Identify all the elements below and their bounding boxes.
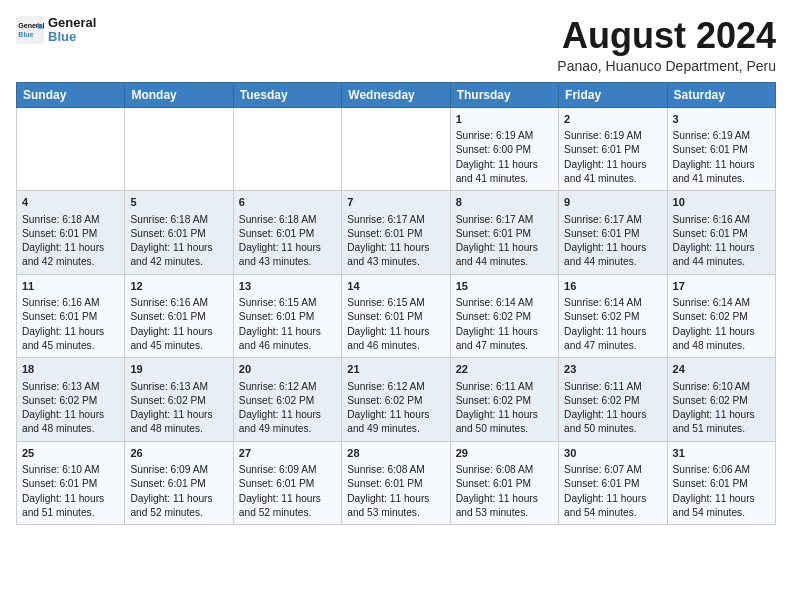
day-info: Daylight: 11 hours xyxy=(673,408,770,422)
calendar-cell: 18Sunrise: 6:13 AMSunset: 6:02 PMDayligh… xyxy=(17,358,125,442)
day-info: Sunset: 6:01 PM xyxy=(130,227,227,241)
day-info: Sunset: 6:01 PM xyxy=(130,477,227,491)
calendar-body: 1Sunrise: 6:19 AMSunset: 6:00 PMDaylight… xyxy=(17,107,776,525)
day-info: Daylight: 11 hours xyxy=(456,158,553,172)
day-info: Sunrise: 6:19 AM xyxy=(456,129,553,143)
day-info: Sunrise: 6:16 AM xyxy=(673,213,770,227)
header-row: SundayMondayTuesdayWednesdayThursdayFrid… xyxy=(17,82,776,107)
day-header-thursday: Thursday xyxy=(450,82,558,107)
day-info: Sunrise: 6:10 AM xyxy=(673,380,770,394)
calendar-table: SundayMondayTuesdayWednesdayThursdayFrid… xyxy=(16,82,776,526)
day-info: Sunset: 6:02 PM xyxy=(456,394,553,408)
day-info: Daylight: 11 hours xyxy=(239,492,336,506)
day-info: Daylight: 11 hours xyxy=(239,408,336,422)
day-info: Sunrise: 6:10 AM xyxy=(22,463,119,477)
day-info: and 43 minutes. xyxy=(239,255,336,269)
week-row-1: 1Sunrise: 6:19 AMSunset: 6:00 PMDaylight… xyxy=(17,107,776,191)
day-number: 31 xyxy=(673,446,770,461)
day-info: and 54 minutes. xyxy=(564,506,661,520)
day-info: Sunrise: 6:08 AM xyxy=(456,463,553,477)
day-number: 24 xyxy=(673,362,770,377)
day-number: 22 xyxy=(456,362,553,377)
svg-rect-0 xyxy=(16,16,44,44)
day-info: Sunrise: 6:16 AM xyxy=(130,296,227,310)
day-info: Daylight: 11 hours xyxy=(347,325,444,339)
day-info: and 47 minutes. xyxy=(564,339,661,353)
day-info: Daylight: 11 hours xyxy=(456,408,553,422)
day-info: Sunset: 6:01 PM xyxy=(239,477,336,491)
day-info: and 41 minutes. xyxy=(456,172,553,186)
calendar-cell: 26Sunrise: 6:09 AMSunset: 6:01 PMDayligh… xyxy=(125,441,233,525)
day-info: Sunset: 6:02 PM xyxy=(130,394,227,408)
day-info: Daylight: 11 hours xyxy=(456,492,553,506)
day-info: and 41 minutes. xyxy=(673,172,770,186)
day-info: Sunset: 6:02 PM xyxy=(564,394,661,408)
calendar-cell: 4Sunrise: 6:18 AMSunset: 6:01 PMDaylight… xyxy=(17,191,125,275)
calendar-cell: 13Sunrise: 6:15 AMSunset: 6:01 PMDayligh… xyxy=(233,274,341,358)
day-info: Sunrise: 6:17 AM xyxy=(347,213,444,227)
day-info: and 54 minutes. xyxy=(673,506,770,520)
day-info: and 51 minutes. xyxy=(673,422,770,436)
day-info: Sunrise: 6:17 AM xyxy=(456,213,553,227)
day-number: 30 xyxy=(564,446,661,461)
day-info: and 44 minutes. xyxy=(456,255,553,269)
day-number: 9 xyxy=(564,195,661,210)
day-info: Sunset: 6:02 PM xyxy=(456,310,553,324)
day-info: Daylight: 11 hours xyxy=(673,325,770,339)
day-info: Daylight: 11 hours xyxy=(347,241,444,255)
day-info: Daylight: 11 hours xyxy=(239,241,336,255)
title-block: August 2024 Panao, Huanuco Department, P… xyxy=(557,16,776,74)
day-info: Sunrise: 6:09 AM xyxy=(130,463,227,477)
day-info: Sunrise: 6:19 AM xyxy=(673,129,770,143)
day-header-sunday: Sunday xyxy=(17,82,125,107)
day-info: Sunrise: 6:15 AM xyxy=(347,296,444,310)
day-info: Sunrise: 6:15 AM xyxy=(239,296,336,310)
day-number: 14 xyxy=(347,279,444,294)
day-info: Daylight: 11 hours xyxy=(22,325,119,339)
day-info: Sunset: 6:01 PM xyxy=(239,310,336,324)
week-row-5: 25Sunrise: 6:10 AMSunset: 6:01 PMDayligh… xyxy=(17,441,776,525)
day-info: Daylight: 11 hours xyxy=(22,492,119,506)
day-number: 7 xyxy=(347,195,444,210)
day-info: and 53 minutes. xyxy=(456,506,553,520)
day-info: Sunset: 6:01 PM xyxy=(673,477,770,491)
day-info: Sunrise: 6:19 AM xyxy=(564,129,661,143)
day-info: Daylight: 11 hours xyxy=(456,325,553,339)
logo: General Blue General Blue xyxy=(16,16,96,45)
calendar-cell: 16Sunrise: 6:14 AMSunset: 6:02 PMDayligh… xyxy=(559,274,667,358)
day-number: 25 xyxy=(22,446,119,461)
day-info: and 42 minutes. xyxy=(22,255,119,269)
day-info: Sunset: 6:01 PM xyxy=(239,227,336,241)
day-info: Daylight: 11 hours xyxy=(130,241,227,255)
day-info: and 48 minutes. xyxy=(22,422,119,436)
calendar-cell: 30Sunrise: 6:07 AMSunset: 6:01 PMDayligh… xyxy=(559,441,667,525)
day-number: 6 xyxy=(239,195,336,210)
day-number: 28 xyxy=(347,446,444,461)
day-number: 21 xyxy=(347,362,444,377)
calendar-cell: 9Sunrise: 6:17 AMSunset: 6:01 PMDaylight… xyxy=(559,191,667,275)
day-number: 11 xyxy=(22,279,119,294)
day-info: Sunset: 6:01 PM xyxy=(456,227,553,241)
calendar-cell: 29Sunrise: 6:08 AMSunset: 6:01 PMDayligh… xyxy=(450,441,558,525)
day-info: Sunrise: 6:12 AM xyxy=(239,380,336,394)
day-number: 1 xyxy=(456,112,553,127)
day-info: Daylight: 11 hours xyxy=(22,408,119,422)
day-info: and 47 minutes. xyxy=(456,339,553,353)
day-info: and 50 minutes. xyxy=(564,422,661,436)
day-number: 2 xyxy=(564,112,661,127)
day-info: Daylight: 11 hours xyxy=(564,158,661,172)
day-number: 4 xyxy=(22,195,119,210)
calendar-cell: 31Sunrise: 6:06 AMSunset: 6:01 PMDayligh… xyxy=(667,441,775,525)
day-info: Sunset: 6:01 PM xyxy=(347,310,444,324)
day-info: Sunset: 6:01 PM xyxy=(347,227,444,241)
day-number: 20 xyxy=(239,362,336,377)
day-header-friday: Friday xyxy=(559,82,667,107)
day-info: Daylight: 11 hours xyxy=(22,241,119,255)
day-info: and 48 minutes. xyxy=(130,422,227,436)
calendar-cell xyxy=(17,107,125,191)
day-info: Sunrise: 6:11 AM xyxy=(564,380,661,394)
calendar-cell xyxy=(233,107,341,191)
calendar-cell: 1Sunrise: 6:19 AMSunset: 6:00 PMDaylight… xyxy=(450,107,558,191)
day-info: Sunrise: 6:07 AM xyxy=(564,463,661,477)
calendar-cell: 25Sunrise: 6:10 AMSunset: 6:01 PMDayligh… xyxy=(17,441,125,525)
